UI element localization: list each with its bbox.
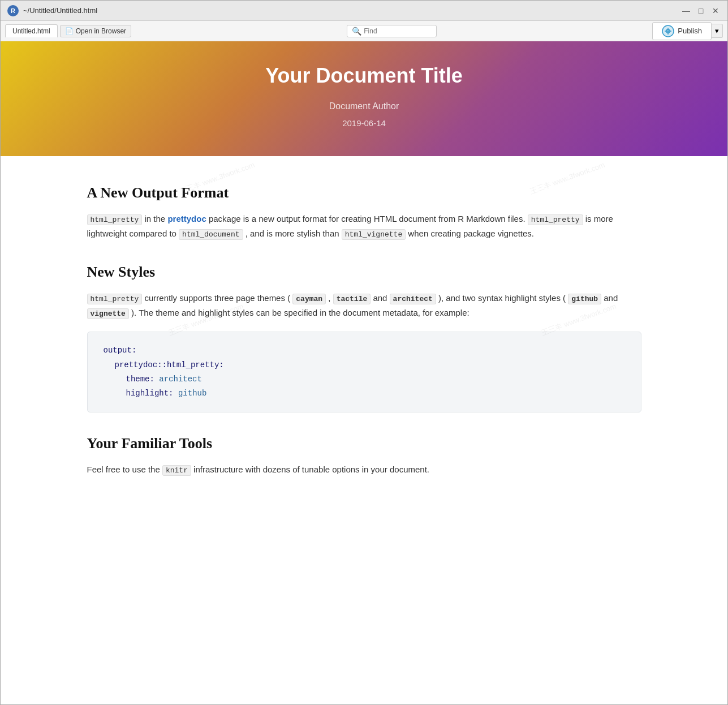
file-tab[interactable]: Untitled.html [5,24,58,37]
publish-button[interactable]: Publish [652,22,712,40]
code-html-vignette: html_vignette [342,229,406,240]
section-new-output-format: A New Output Format html_pretty in the p… [87,184,641,241]
code-knitr: knitr [162,465,191,476]
code-highlight-val: github [178,389,206,398]
close-button[interactable]: ✕ [710,6,721,16]
code-highlight-key: highlight: [126,389,178,398]
section-3-paragraph: Feel free to use the knitr infrastructur… [87,462,641,477]
app-window: R ~/Untitled/Untitled.html — □ ✕ Untitle… [0,0,728,705]
code-html-document: html_document [179,229,243,240]
open-browser-button[interactable]: 📄 Open in Browser [60,25,131,37]
open-browser-label: Open in Browser [76,27,126,35]
code-theme-val: architect [159,375,202,384]
section-heading-3: Your Familiar Tools [87,435,641,452]
r-icon: R [7,5,19,16]
code-block-yaml: output: prettydoc::html_pretty: theme: a… [87,332,641,412]
code-github: github [568,294,601,304]
hero-banner: Your Document Title Document Author 2019… [1,41,727,156]
section-heading-2: New Styles [87,264,641,281]
code-line-html-pretty: html_pretty: [167,360,224,369]
section-familiar-tools: Your Familiar Tools Feel free to use the… [87,435,641,477]
code-html-pretty-1: html_pretty [87,214,143,225]
code-theme-key: theme: [126,375,160,384]
code-vignette: vignette [87,308,129,319]
publish-label: Publish [678,27,702,35]
title-bar-left: R ~/Untitled/Untitled.html [7,5,97,16]
code-tactile: tactile [333,294,371,304]
section-new-styles: New Styles html_pretty currently support… [87,264,641,412]
hero-date: 2019-06-14 [12,118,716,128]
code-architect: architect [390,294,436,304]
publish-icon [662,25,674,37]
prettydoc-link[interactable]: prettydoc [167,214,206,223]
code-line-output: output: [104,346,137,355]
hero-author: Document Author [12,101,716,111]
title-bar: R ~/Untitled/Untitled.html — □ ✕ [1,1,727,21]
code-cayman: cayman [292,294,326,304]
search-box[interactable]: 🔍 [347,25,437,37]
code-line-prettydoc: prettydoc [115,360,158,369]
toolbar: Untitled.html 📄 Open in Browser 🔍 Publis [1,21,727,41]
maximize-button[interactable]: □ [696,6,706,16]
browser-icon: 📄 [65,27,74,35]
code-html-pretty-3: html_pretty [87,294,143,304]
section-2-paragraph: html_pretty currently supports three pag… [87,291,641,320]
publish-area: Publish ▾ [652,22,723,40]
window-controls: — □ ✕ [681,6,721,16]
search-input[interactable] [364,27,432,35]
code-html-pretty-2: html_pretty [528,214,583,225]
publish-dropdown-button[interactable]: ▾ [712,24,723,38]
window-title: ~/Untitled/Untitled.html [23,6,97,15]
preview-area: Your Document Title Document Author 2019… [1,41,727,704]
hero-title: Your Document Title [12,64,716,88]
section-1-paragraph: html_pretty in the prettydoc package is … [87,212,641,241]
section-heading-1: A New Output Format [87,184,641,201]
minimize-button[interactable]: — [681,6,691,16]
main-content: 王三丰 www.3fwork.com 王三丰 www.3fwork.com 王三… [53,156,675,522]
search-icon: 🔍 [352,27,361,36]
